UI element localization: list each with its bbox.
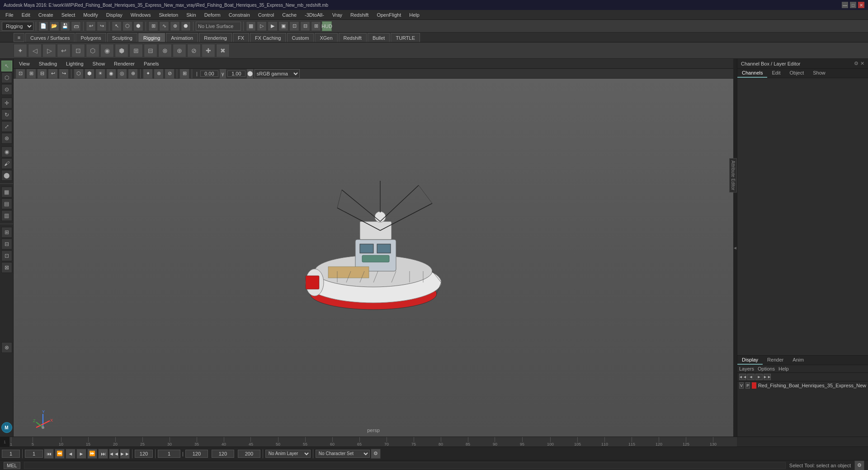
minimize-button[interactable]: —: [842, 2, 848, 8]
layer-scroll-prev[interactable]: ◄: [747, 374, 755, 380]
play-back-btn[interactable]: ◄: [66, 449, 75, 459]
color-space-select[interactable]: sRGB gamma: [255, 69, 300, 78]
shelf-icon-9[interactable]: ⊞: [129, 44, 143, 57]
display-layer-btn[interactable]: ▦: [1, 187, 12, 197]
shelf-icon-15[interactable]: ✖: [216, 44, 230, 57]
vp-ik-btn[interactable]: ⊗: [154, 69, 164, 79]
edit-tab[interactable]: Edit: [767, 69, 785, 78]
step-forward-btn[interactable]: ⏩: [87, 449, 97, 459]
shelf-icon-10[interactable]: ⊟: [144, 44, 157, 57]
snap-point-button[interactable]: ⊕: [170, 21, 180, 31]
shelf-icon-1[interactable]: ✦: [14, 44, 27, 57]
shelf-expand-button[interactable]: ≡: [14, 33, 24, 42]
menu-item-openflight[interactable]: OpenFlight: [373, 11, 405, 19]
timeline-ruler[interactable]: 1510152025303540455055606570758085909510…: [10, 437, 737, 446]
render-button[interactable]: ▷: [257, 21, 267, 31]
viewport-collapse-tab[interactable]: ◄: [733, 59, 737, 437]
shelf-icon-14[interactable]: ✚: [202, 44, 215, 57]
shelf-icon-6[interactable]: ⬡: [86, 44, 99, 57]
lighting-menu[interactable]: Lighting: [64, 61, 85, 66]
vp-panel-btn[interactable]: ⊞: [26, 69, 36, 79]
play-forward-btn[interactable]: ►: [76, 449, 86, 459]
universal-manip-btn[interactable]: ⊛: [1, 133, 12, 144]
vp-light-btn[interactable]: ☀: [95, 69, 105, 79]
sculpt-btn[interactable]: ⬤: [1, 170, 12, 181]
script-mode-indicator[interactable]: MEL: [4, 462, 20, 469]
layers-menu[interactable]: Layers: [739, 366, 754, 371]
extra-btn-1[interactable]: ⊗: [1, 342, 12, 353]
menu-item-select[interactable]: Select: [58, 11, 79, 19]
panels-menu[interactable]: Panels: [142, 61, 161, 66]
vp-deformer-btn[interactable]: ⊘: [165, 69, 175, 79]
quick-sel-btn[interactable]: ⊟: [1, 239, 12, 249]
go-to-start-btn[interactable]: ⏮: [44, 449, 54, 459]
range-end-display-input[interactable]: [185, 450, 208, 458]
go-to-end-btn[interactable]: ⏭: [98, 449, 108, 459]
paint-select-btn[interactable]: ⬡: [1, 72, 12, 83]
mel-input[interactable]: [24, 462, 786, 469]
options-menu[interactable]: Options: [758, 366, 775, 371]
open-button[interactable]: 📂: [49, 21, 59, 31]
menu-item-help[interactable]: Help: [406, 11, 423, 19]
vp-exposure-icon[interactable]: ⬤: [246, 69, 254, 79]
undo-button[interactable]: ↩: [86, 21, 96, 31]
object-tab[interactable]: Object: [785, 69, 808, 78]
shading-menu[interactable]: Shading: [37, 61, 59, 66]
vp-redo-view-btn[interactable]: ↪: [59, 69, 69, 79]
menu-item-constrain[interactable]: Constrain: [225, 11, 254, 19]
lasso-select-btn[interactable]: ⊙: [1, 84, 12, 95]
shelf-tab-custom[interactable]: Custom: [287, 33, 314, 42]
shelf-icon-13[interactable]: ⊘: [187, 44, 201, 57]
frame-start-input[interactable]: [25, 450, 43, 458]
shelf-tab-turtle[interactable]: TURTLE: [391, 33, 420, 42]
shelf-tab-fx-caching[interactable]: FX Caching: [250, 33, 286, 42]
hud-button[interactable]: HUD: [322, 21, 332, 31]
new-button[interactable]: 📄: [38, 21, 48, 31]
shelf-tab-bullet[interactable]: Bullet: [368, 33, 390, 42]
layer-scroll-first[interactable]: ◄◄: [739, 374, 746, 380]
vp-gamma-input[interactable]: [227, 70, 245, 77]
render-settings-button[interactable]: ▦: [246, 21, 256, 31]
right-panel-settings-btn[interactable]: ⚙: [854, 61, 859, 66]
snap-curve-button[interactable]: ∿: [159, 21, 169, 31]
layer-scroll-next[interactable]: ►: [755, 374, 763, 380]
container-btn[interactable]: ⊡: [1, 250, 12, 261]
extra-pb-btn2[interactable]: ►►: [120, 449, 130, 459]
pb-settings-btn[interactable]: ⚙: [371, 449, 381, 459]
vp-shadow-btn[interactable]: ◉: [106, 69, 116, 79]
menu-item-windows[interactable]: Windows: [127, 11, 155, 19]
shelf-tab-polygons[interactable]: Polygons: [75, 33, 106, 42]
menu-item-redshift[interactable]: Redshift: [347, 11, 372, 19]
menu-item-vray[interactable]: Vray: [329, 11, 346, 19]
menu-item-create[interactable]: Create: [35, 11, 57, 19]
scale-tool-btn[interactable]: ⤢: [1, 121, 12, 132]
view-menu[interactable]: View: [17, 61, 32, 66]
snap-grid-button[interactable]: ⊞: [148, 21, 158, 31]
paint-select-button[interactable]: ⬢: [133, 21, 143, 31]
vp-ssao-btn[interactable]: ◎: [117, 69, 127, 79]
channels-tab[interactable]: Channels: [737, 69, 767, 78]
close-button[interactable]: ✕: [858, 2, 864, 8]
shelf-tab-xgen[interactable]: XGen: [315, 33, 337, 42]
help-menu[interactable]: Help: [778, 366, 789, 371]
show-menu[interactable]: Show: [91, 61, 107, 66]
snap-surface-button[interactable]: ⬣: [181, 21, 191, 31]
vp-grid-btn[interactable]: ⊟: [37, 69, 47, 79]
menu-item-edit[interactable]: Edit: [18, 11, 34, 19]
vp-camera-btn[interactable]: ⊡: [15, 69, 25, 79]
shelf-tab-curves---surfaces[interactable]: Curves / Surfaces: [25, 33, 75, 42]
character-set-select[interactable]: No Character Set: [316, 450, 370, 458]
layer-scroll-last[interactable]: ►►: [764, 374, 771, 380]
redo-button[interactable]: ↪: [97, 21, 107, 31]
select-tool-btn[interactable]: ↖: [1, 61, 12, 71]
vp-gamma-icon[interactable]: γ: [219, 69, 226, 79]
saveas-button[interactable]: 🗃: [71, 21, 81, 31]
show-renders-button[interactable]: ▣: [278, 21, 288, 31]
vp-color-input[interactable]: [200, 70, 218, 77]
ipr-button[interactable]: ▶: [268, 21, 278, 31]
viewport-3d[interactable]: persp Y X Z: [14, 79, 733, 437]
select-tool-button[interactable]: ↖: [112, 21, 122, 31]
side-view-button[interactable]: ⊞: [311, 21, 321, 31]
shelf-tab-redshift[interactable]: Redshift: [339, 33, 367, 42]
layer-visibility-btn[interactable]: V: [739, 382, 744, 389]
